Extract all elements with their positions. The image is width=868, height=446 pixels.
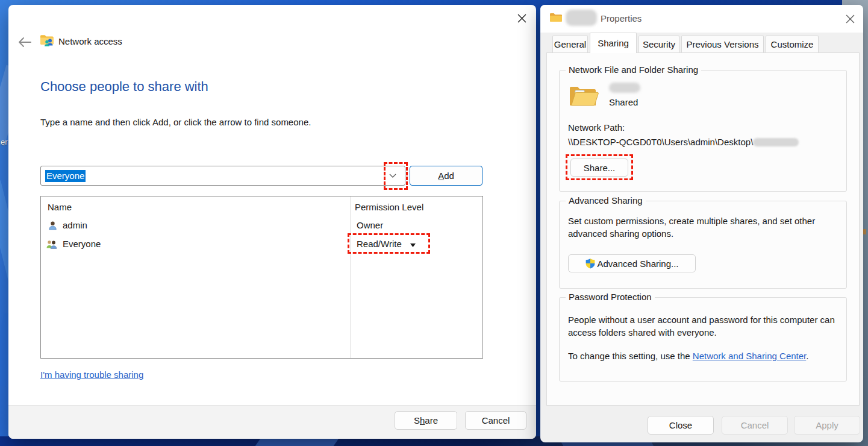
advanced-sharing-button[interactable]: Advanced Sharing... [568,254,696,272]
group-title: Advanced Sharing [566,195,646,206]
network-access-dialog: Network access Choose people to share wi… [8,5,536,439]
close-button[interactable] [840,10,860,28]
share-dialog-button[interactable]: Share... [570,159,628,177]
share-status: Shared [609,97,638,107]
list-item-name[interactable]: admin [63,220,87,230]
share-button[interactable]: Share [395,411,457,430]
sharing-tab-page: Network File and Folder Sharing Shared N… [546,52,860,406]
tab-sharing[interactable]: Sharing [590,33,637,53]
back-button[interactable] [14,33,35,52]
name-combobox[interactable]: Everyone [40,166,405,186]
tab-customize[interactable]: Customize [766,36,819,52]
network-path-label: Network Path: [568,122,625,133]
column-header-name: Name [48,202,72,212]
change-setting-text: To change this setting, use the Network … [568,351,808,361]
network-access-icon [40,34,55,49]
arrow-left-icon [17,37,32,48]
advanced-sharing-group: Advanced Sharing Set custom permissions,… [559,201,847,289]
tab-security[interactable]: Security [639,36,679,52]
list-item-permission: Owner [357,220,383,230]
page-title: Network access [58,36,122,46]
redacted-path-segment [753,138,799,146]
list-item-name[interactable]: Everyone [63,239,101,249]
user-icon [48,221,58,233]
people-list[interactable]: Name Permission Level admin Owner Everyo… [40,196,483,359]
redacted-folder-name [566,10,597,26]
password-protection-group: Password Protection People without a use… [559,297,847,382]
desktop-icon-fragment [863,229,866,234]
properties-dialog: Properties General Sharing Security Prev… [540,5,863,442]
redacted-folder-name [609,83,640,93]
column-header-permission: Permission Level [355,202,423,212]
close-button[interactable] [511,8,532,28]
apply-button-disabled: Apply [794,416,860,435]
dropdown-caret-icon [410,239,416,249]
permission-dropdown[interactable]: Read/Write [357,239,416,249]
desktop-label-fragment: er [1,137,8,146]
title-bar: Properties [540,5,863,33]
main-instruction: Choose people to share with [40,79,208,95]
instruction-text: Type a name and then click Add, or click… [40,117,311,127]
close-dialog-button[interactable]: Close [648,416,714,435]
uac-shield-icon [585,258,596,269]
folder-icon [549,12,563,25]
advanced-sharing-description: Set custom permissions, create multiple … [568,215,842,240]
password-protection-description: People without a user account and passwo… [568,313,842,339]
tab-general[interactable]: General [552,36,588,52]
close-icon [846,14,855,24]
add-button[interactable]: Add [410,166,482,186]
group-title: Network File and Folder Sharing [566,64,701,75]
network-sharing-group: Network File and Folder Sharing Shared N… [559,70,847,192]
window-title: Properties [601,13,642,24]
group-title: Password Protection [566,292,655,302]
shared-folder-icon [568,83,599,113]
combobox-selected-text: Everyone [45,170,86,182]
close-icon [517,14,526,23]
column-divider [350,196,351,358]
network-path-value: \\DESKTOP-QCGD0T0\Users\admin\Desktop\ [568,137,799,147]
chevron-down-icon [389,174,396,178]
network-sharing-center-link[interactable]: Network and Sharing Center [693,351,806,361]
users-icon [46,239,58,252]
cancel-button-disabled: Cancel [722,416,788,435]
tab-previous-versions[interactable]: Previous Versions [681,36,764,52]
combobox-dropdown-button[interactable] [382,168,404,184]
trouble-sharing-link[interactable]: I'm having trouble sharing [40,369,143,380]
cancel-button[interactable]: Cancel [465,411,526,430]
